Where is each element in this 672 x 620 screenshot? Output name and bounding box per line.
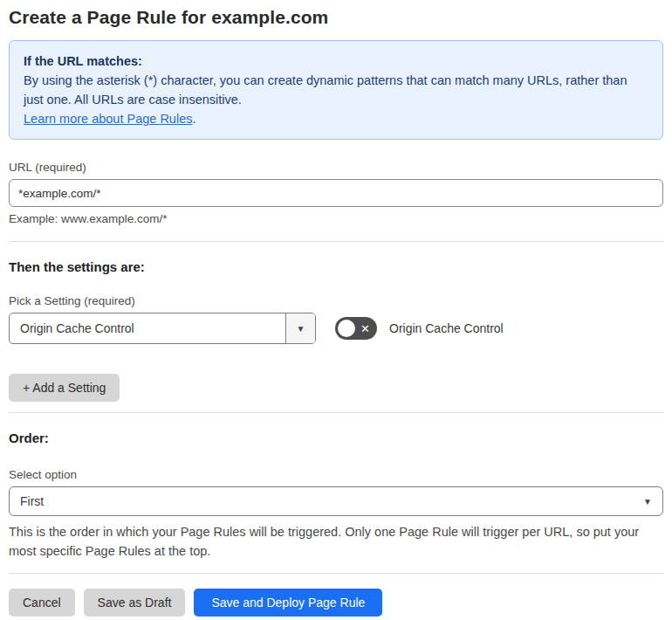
- page-title: Create a Page Rule for example.com: [9, 7, 663, 28]
- order-select-label: Select option: [9, 468, 663, 481]
- cancel-button[interactable]: Cancel: [9, 589, 75, 617]
- divider: [9, 412, 663, 413]
- url-field-helper: Example: www.example.com/*: [9, 212, 663, 225]
- settings-section-heading: Then the settings are:: [9, 259, 663, 274]
- origin-cache-control-toggle[interactable]: ✕: [335, 317, 377, 340]
- url-field-label: URL (required): [9, 161, 663, 174]
- setting-row: Origin Cache Control ▼ ✕ Origin Cache Co…: [9, 313, 663, 344]
- setting-picker-label: Pick a Setting (required): [9, 294, 663, 307]
- page-rule-form: Create a Page Rule for example.com If th…: [0, 0, 672, 617]
- add-setting-button[interactable]: + Add a Setting: [9, 374, 120, 402]
- order-select-value: First: [20, 494, 44, 508]
- toggle-knob: [338, 320, 355, 337]
- chevron-down-icon: ▼: [297, 324, 305, 334]
- toggle-off-x-icon: ✕: [360, 323, 370, 334]
- divider: [9, 241, 663, 242]
- info-box-heading: If the URL matches:: [24, 52, 648, 71]
- toggle-label: Origin Cache Control: [389, 321, 504, 335]
- setting-select-caret-button[interactable]: ▼: [285, 313, 315, 343]
- order-helper-text: This is the order in which your Page Rul…: [9, 522, 655, 561]
- info-box-link-line: Learn more about Page Rules.: [24, 109, 648, 128]
- order-section-heading: Order:: [9, 431, 663, 445]
- learn-more-link[interactable]: Learn more about Page Rules: [24, 112, 192, 126]
- info-box-body: By using the asterisk (*) character, you…: [24, 71, 648, 109]
- setting-select[interactable]: Origin Cache Control ▼: [9, 313, 316, 344]
- chevron-down-icon: ▼: [643, 497, 652, 506]
- url-input[interactable]: [9, 179, 663, 207]
- setting-select-value: Origin Cache Control: [10, 313, 285, 343]
- order-select[interactable]: First ▼: [9, 486, 663, 516]
- link-suffix: .: [192, 112, 195, 126]
- footer-actions: Cancel Save as Draft Save and Deploy Pag…: [9, 589, 663, 617]
- save-as-draft-button[interactable]: Save as Draft: [84, 589, 186, 617]
- divider: [9, 573, 663, 574]
- url-match-info-box: If the URL matches: By using the asteris…: [9, 40, 663, 140]
- save-and-deploy-button[interactable]: Save and Deploy Page Rule: [194, 589, 382, 617]
